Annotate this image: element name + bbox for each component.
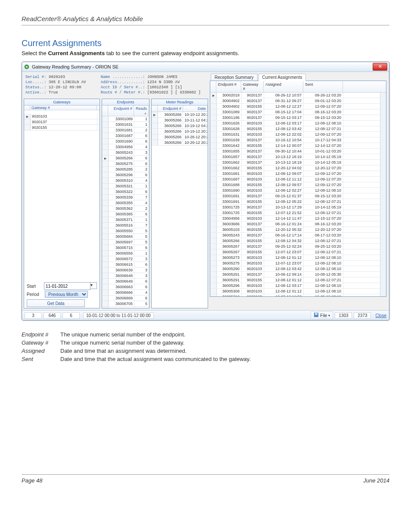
close-link[interactable]: Close [375, 313, 386, 318]
endpoint-row[interactable]: 330016311 [102, 122, 149, 128]
col-endpoint[interactable]: Endpoint # [216, 81, 241, 92]
reading-row[interactable]: 3600526610-26-12 20:22 [152, 134, 208, 140]
reading-row[interactable]: ▶3600526610-10-12 20:22 [152, 112, 208, 118]
endpoint-row[interactable]: 360067846 [102, 307, 149, 308]
endpoint-row[interactable]: 360052966 [102, 172, 149, 178]
endpoints-grid[interactable]: 3300108913300163113300168123300168763300… [102, 116, 149, 308]
reading-row[interactable]: 3600526610-11-12 04:22 [152, 118, 208, 123]
gateway-row[interactable]: 9020137 [24, 119, 100, 125]
endpoint-row[interactable]: 360065723 [102, 256, 149, 262]
endpoint-row[interactable]: 330016812 [102, 128, 149, 133]
assignment-row[interactable]: 33001631902010312-08-12 22:0212-09-12 07… [210, 132, 380, 137]
endpoint-row[interactable]: 360052756 [102, 161, 149, 167]
assignment-row[interactable]: 30004902902015512-08-12 12:2712-09-12 07… [210, 104, 380, 109]
assignment-row[interactable]: 33001639902013710-16-12 10:5410-17-12 04… [210, 137, 380, 143]
assignment-row[interactable]: 36005296902010312-08-12 03:1712-08-12 08… [210, 283, 380, 289]
assignments-grid-body[interactable]: ▶30002018902013708-26-12 10:5708-26-12 0… [210, 93, 380, 296]
assignment-row[interactable]: 33001690902010312-08-12 02:2712-08-12 08… [210, 188, 380, 193]
endpoints-col2-header[interactable]: Reads ▲ [134, 106, 149, 116]
tab-current-assignments[interactable]: Current Assignments [258, 74, 306, 81]
start-date-input[interactable] [44, 282, 90, 290]
assignment-row[interactable]: 33001725902015512-07-12 21:5212-08-12 07… [210, 210, 380, 216]
endpoint-row[interactable]: 330016906 [102, 139, 149, 144]
endpoint-row[interactable]: 360053211 [102, 184, 149, 189]
vertical-scrollbar[interactable] [380, 93, 386, 296]
endpoint-row[interactable]: 360053397 [102, 195, 149, 200]
endpoint-row[interactable]: 360066636 [102, 284, 149, 290]
endpoint-row[interactable]: ▶360052666 [102, 156, 149, 161]
endpoint-row[interactable]: 360052852 [102, 167, 149, 172]
assignment-row[interactable]: 33001681902010312-08-12 09:0712-09-12 07… [210, 171, 380, 177]
assignment-row[interactable]: 33001691902013709-15-12 01:3709-15-12 03… [210, 193, 380, 199]
assignment-row[interactable]: 36005291902015512-08-12 01:1212-08-12 07… [210, 277, 380, 283]
assignment-row[interactable]: 33001691902015512-08-12 05:2212-08-12 07… [210, 199, 380, 205]
assignment-row[interactable]: 33001688902015512-08-12 09:5712-09-12 07… [210, 182, 380, 188]
endpoint-row[interactable]: 360053226 [102, 189, 149, 195]
reading-row[interactable]: 3600526610-29-12 20:22 [152, 140, 208, 146]
file-menu-button[interactable]: File ▾ [311, 311, 333, 319]
endpoint-row[interactable]: 360052433 [102, 150, 149, 156]
assignment-row[interactable]: 33004956902010312-14-12 11:4712-15-12 07… [210, 216, 380, 221]
endpoint-row[interactable]: 360053622 [102, 206, 149, 212]
assignment-row[interactable]: 33001628902015512-08-12 03:4212-08-12 07… [210, 126, 380, 132]
assignment-row[interactable]: 36005243902013708-16-12 17:1408-17-12 03… [210, 233, 380, 238]
assignment-row[interactable]: 36005103902015512-20-12 05:3212-20-12 07… [210, 227, 380, 233]
assignment-row[interactable]: 30004902902013708-31-12 09:2709-01-12 03… [210, 98, 380, 104]
assignment-row[interactable]: 33001662902013710-13-12 18:1910-14-12 05… [210, 160, 380, 165]
assignment-row[interactable]: 36005290902010312-08-12 03:4212-08-12 08… [210, 266, 380, 272]
get-data-button[interactable]: Get Data [27, 299, 85, 307]
readings-col2-header[interactable]: Date [183, 106, 208, 112]
assignment-row[interactable]: 36005310902010312-07-12 11:5212-08-12 08… [210, 294, 380, 296]
endpoint-row[interactable]: 360053554 [102, 200, 149, 206]
col-gateway[interactable]: Gateway # [241, 81, 264, 92]
assignment-row[interactable]: 36005275902010312-07-12 23:0712-08-12 08… [210, 261, 380, 266]
assignment-row[interactable]: 33001642902015512-14-12 00:0712-14-12 07… [210, 143, 380, 149]
readings-grid[interactable]: ▶3600526610-10-12 20:223600526610-11-12 … [152, 112, 208, 308]
endpoint-row[interactable]: 360066393 [102, 268, 149, 273]
gateways-col-header[interactable]: Gateway # [30, 106, 97, 110]
endpoint-row[interactable]: 360066483 [102, 273, 149, 279]
assignment-row[interactable]: 33001186902013709-15-12 03:1709-15-12 03… [210, 115, 380, 121]
endpoint-row[interactable]: 360055167 [102, 223, 149, 228]
assignment-row[interactable]: 33001657902013710-13-12 18:1910-14-12 05… [210, 154, 380, 160]
endpoint-row[interactable]: 330010891 [102, 116, 149, 122]
endpoint-row[interactable]: 360066496 [102, 279, 149, 284]
endpoint-row[interactable]: 360066696 [102, 296, 149, 301]
assignment-row[interactable]: 33001655902013709-30-12 10:4410-01-12 03… [210, 149, 380, 154]
endpoint-row[interactable]: 330016876 [102, 133, 149, 139]
endpoint-row[interactable]: 360065591 [102, 251, 149, 256]
assignment-row[interactable]: 36005267902015512-07-12 23:0712-08-12 07… [210, 249, 380, 255]
tab-reception-summary[interactable]: Reception Summary [211, 74, 258, 81]
reading-row[interactable]: 3600526610-19-12 04:23 [152, 123, 208, 129]
assignment-row[interactable]: 36005273902010312-08-12 01:1212-08-12 08… [210, 255, 380, 261]
assignment-row[interactable]: 36003686902013708-16-12 01:2408-16-12 03… [210, 221, 380, 227]
reading-row[interactable]: 3600526610-19-12 20:22 [152, 129, 208, 134]
assignment-row[interactable]: 36005266902015512-08-12 04:3212-08-12 07… [210, 238, 380, 244]
endpoint-row[interactable]: 360053656 [102, 212, 149, 217]
assignment-row[interactable]: 36005291902013710-06-12 09:1410-08-12 05… [210, 272, 380, 277]
endpoint-row[interactable]: 360055505 [102, 228, 149, 234]
endpoint-row[interactable]: 360053711 [102, 217, 149, 223]
col-assigned[interactable]: Assigned [264, 81, 303, 92]
endpoint-row[interactable]: 360066156 [102, 262, 149, 268]
assignment-row[interactable]: 36005308902010312-08-12 01:1212-08-12 08… [210, 289, 380, 294]
endpoint-row[interactable]: 360067055 [102, 301, 149, 307]
assignment-row[interactable]: 33001089902013708-15-12 17:0408-16-12 03… [210, 109, 380, 115]
assignment-row[interactable]: 36005267902013709-25-12 02:2409-25-12 03… [210, 244, 380, 249]
endpoint-row[interactable]: 360056975 [102, 240, 149, 245]
endpoint-row[interactable]: 360057156 [102, 245, 149, 251]
calendar-icon[interactable]: ▾ [90, 282, 97, 289]
endpoint-row[interactable]: 360053104 [102, 178, 149, 184]
gateway-row[interactable]: ▶9020103 [24, 114, 100, 119]
endpoints-col1-header[interactable]: Endpoint # [108, 106, 134, 116]
endpoint-row[interactable]: 360066664 [102, 290, 149, 296]
window-close-button[interactable]: ✕ [373, 63, 387, 71]
assignment-row[interactable]: 33001687902010312-08-12 11:1212-09-12 07… [210, 177, 380, 182]
assignment-row[interactable]: ▶30002018902013708-26-12 10:5708-26-12 0… [210, 93, 380, 98]
assignment-row[interactable]: 33001725902013710-13-12 17:2910-14-12 05… [210, 205, 380, 210]
readings-col1-header[interactable]: Endpoint # [158, 106, 183, 112]
endpoint-row[interactable]: 330049564 [102, 144, 149, 150]
endpoint-row[interactable]: 360056845 [102, 234, 149, 240]
gateway-row[interactable]: 9020155 [24, 125, 100, 131]
assignment-row[interactable]: 33001626902010312-08-12 03:1712-08-12 08… [210, 121, 380, 126]
